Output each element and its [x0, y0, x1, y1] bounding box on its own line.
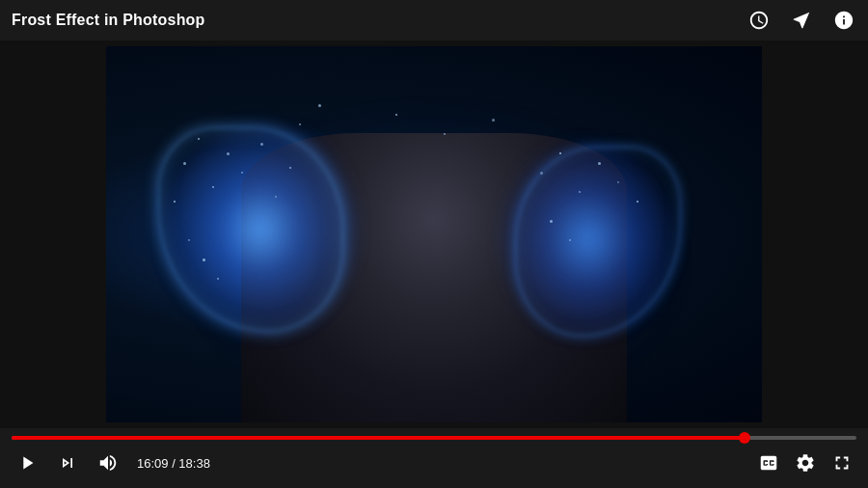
spark	[617, 181, 619, 183]
spark	[444, 133, 446, 135]
spark	[241, 172, 243, 174]
spark	[289, 167, 291, 169]
top-bar: Frost Effect in Photoshop	[0, 0, 868, 41]
skip-next-button[interactable]	[52, 447, 83, 478]
top-right-controls	[746, 8, 856, 33]
spark	[188, 239, 190, 241]
spark	[492, 119, 495, 122]
settings-button[interactable]	[791, 448, 820, 477]
video-frame	[106, 46, 762, 422]
spark	[299, 123, 301, 125]
right-controls	[754, 448, 856, 477]
spark	[203, 258, 205, 261]
play-button[interactable]	[12, 447, 42, 478]
spark	[275, 196, 277, 198]
spark	[227, 152, 230, 155]
progress-area[interactable]	[0, 436, 868, 440]
time-display: 16:09 / 18:38	[137, 456, 210, 471]
spark	[395, 114, 397, 116]
progress-dot	[739, 432, 750, 444]
spark	[260, 143, 263, 146]
captions-button[interactable]	[754, 448, 783, 477]
clock-icon[interactable]	[746, 8, 772, 33]
spark	[183, 162, 186, 165]
share-icon[interactable]	[789, 8, 814, 33]
page-title: Frost Effect in Photoshop	[12, 12, 205, 29]
spark	[569, 239, 571, 241]
progress-filled	[12, 436, 745, 440]
spark	[598, 162, 601, 165]
spark	[217, 278, 219, 280]
spark	[559, 152, 561, 154]
spark	[579, 191, 581, 193]
volume-button[interactable]	[93, 447, 123, 478]
spark	[174, 201, 176, 203]
spark	[550, 220, 553, 223]
fullscreen-button[interactable]	[827, 448, 856, 477]
controls-bar: 16:09 / 18:38	[0, 428, 868, 488]
progress-track[interactable]	[12, 436, 856, 440]
spark	[318, 104, 321, 107]
spark	[637, 201, 638, 203]
info-icon[interactable]	[831, 8, 856, 33]
video-container[interactable]	[0, 41, 868, 428]
controls-row: 16:09 / 18:38	[0, 447, 868, 478]
spark	[212, 186, 214, 188]
spark	[198, 138, 200, 140]
spark	[540, 172, 543, 175]
